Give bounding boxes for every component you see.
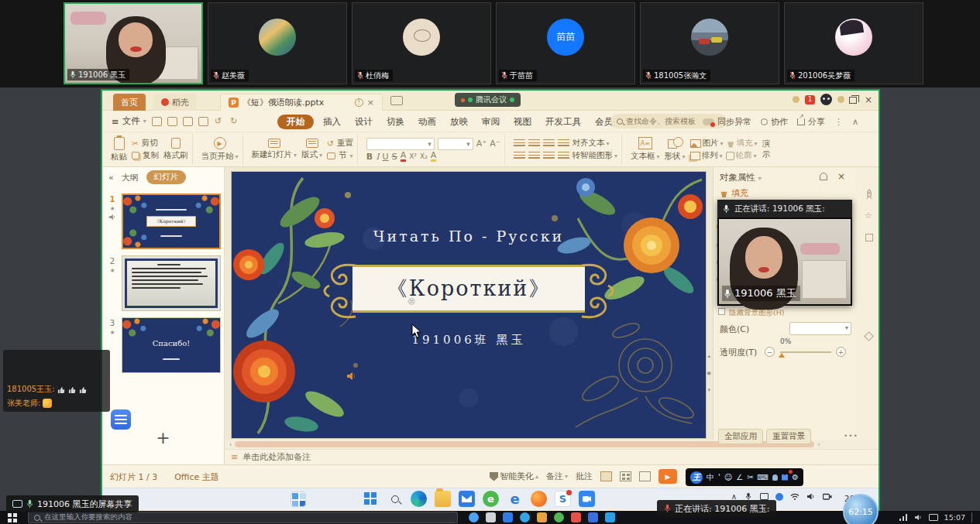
present-button[interactable]: 演示 — [762, 139, 775, 160]
ime-punct-icon[interactable]: ' — [718, 473, 720, 481]
normal-view-button[interactable] — [600, 471, 612, 481]
menu-slideshow[interactable]: 放映 — [443, 116, 475, 128]
fill-button[interactable]: 填充▾ — [727, 138, 758, 149]
reading-view-button[interactable] — [639, 471, 651, 481]
app-icon[interactable] — [588, 512, 598, 522]
app-icon[interactable] — [503, 512, 513, 522]
star-icon[interactable]: ☆ — [865, 211, 872, 221]
new-slide-button[interactable]: 新建幻灯片▾ — [252, 139, 297, 160]
slide-sound-icon[interactable] — [346, 372, 357, 381]
more-menu-icon[interactable]: ⋮ — [834, 117, 843, 127]
local-clock[interactable]: 15:07 — [944, 513, 965, 522]
add-slide-button[interactable]: + — [102, 428, 224, 447]
bold-button[interactable]: B — [366, 152, 373, 162]
notes-bar[interactable]: ≡ 单击此处添加备注 — [225, 449, 879, 464]
menu-transition[interactable]: 切换 — [380, 116, 411, 128]
tab-docer[interactable]: 稻壳 — [153, 94, 197, 111]
comments-button[interactable]: 批注 — [576, 471, 593, 482]
hide-background-checkbox[interactable] — [718, 308, 725, 315]
participant-tile[interactable]: 201006吴梦薇 — [784, 2, 923, 84]
beautify-button[interactable]: 智能美化▴ — [490, 471, 538, 482]
slide-thumbnail-3[interactable]: Спасибо! — [122, 317, 221, 373]
apply-all-button[interactable]: 全部应用 — [718, 429, 763, 444]
tab-close-icon[interactable]: × — [367, 98, 374, 108]
ime-skin-icon[interactable] — [782, 474, 788, 481]
restore-window-icon[interactable] — [849, 97, 857, 104]
meeting-duration-badge[interactable]: 62:15 — [843, 494, 879, 524]
indent-increase-icon[interactable] — [558, 139, 569, 148]
tray-book-icon[interactable] — [760, 493, 769, 500]
participant-tile-speaker[interactable]: 191006 黑玉 — [64, 2, 203, 84]
menu-insert[interactable]: 插入 — [316, 116, 348, 128]
menu-design[interactable]: 设计 — [348, 116, 380, 128]
mail-app-icon[interactable] — [459, 491, 475, 507]
paste-button[interactable]: 粘贴 — [111, 137, 127, 163]
save-icon[interactable] — [152, 117, 162, 126]
speaker-video-frame[interactable]: 191006 黑玉 — [717, 217, 852, 306]
browser-360-icon[interactable] — [531, 491, 547, 507]
tencent-meeting-icon[interactable] — [579, 491, 595, 507]
menu-home[interactable]: 开始 — [277, 115, 314, 129]
slide-sorter-view-button[interactable] — [620, 471, 631, 481]
menu-view[interactable]: 视图 — [507, 116, 538, 128]
speaker-icon[interactable] — [806, 492, 816, 501]
underline-button[interactable]: U — [383, 152, 389, 162]
edge-browser-icon[interactable] — [411, 491, 427, 507]
floating-list-widget[interactable] — [111, 409, 131, 430]
app-icon[interactable] — [537, 512, 547, 522]
file-explorer-icon[interactable] — [435, 491, 451, 507]
tab-slides[interactable]: 幻灯片 — [146, 170, 187, 184]
sogou-app-icon[interactable]: S — [555, 491, 571, 507]
ime-emoji-icon[interactable]: ☺ — [724, 473, 732, 481]
collapse-ribbon-icon[interactable]: ∧ — [852, 117, 858, 127]
theme-icon[interactable] — [837, 96, 844, 103]
diamond-icon[interactable] — [864, 331, 874, 341]
keyboard-icon[interactable] — [929, 514, 938, 521]
undo-redo-icons[interactable]: ↺ ↻ — [215, 116, 241, 126]
ime-account-icon[interactable] — [772, 474, 778, 481]
participant-tile[interactable]: 181005张瀚文 — [640, 2, 779, 84]
file-menu[interactable]: ≡ 文件 ▾ — [112, 115, 146, 127]
slide-author-text[interactable]: 191006班 黑玉 — [232, 333, 706, 348]
shrink-font-button[interactable]: A⁻ — [490, 139, 500, 149]
taskbar-search-button[interactable] — [387, 491, 403, 507]
bullet-list-icon[interactable] — [514, 139, 525, 148]
vip-icon[interactable] — [793, 96, 799, 103]
sync-status[interactable]: 同步异常 — [703, 116, 751, 128]
shapes-button[interactable]: 形状▾ — [665, 137, 686, 162]
app-icon[interactable] — [571, 512, 581, 522]
meeting-floating-pill[interactable]: 腾讯会议 — [455, 93, 521, 107]
justify-icon[interactable] — [558, 152, 569, 160]
local-start-button[interactable] — [8, 513, 17, 522]
align-text-button[interactable]: 对齐文本▾ — [573, 138, 610, 149]
textbox-button[interactable]: A≡文本框▾ — [631, 137, 660, 162]
ime-logo-icon[interactable]: 王 — [690, 471, 703, 484]
more-options[interactable]: ••• — [844, 432, 858, 440]
browser-green-icon[interactable]: e — [483, 491, 499, 507]
slide-subtitle-text[interactable]: Читать По - Русски — [232, 228, 706, 245]
wifi-icon[interactable] — [790, 492, 799, 501]
transparency-slider-thumb[interactable] — [779, 353, 785, 358]
pin-panel-icon[interactable] — [820, 173, 827, 180]
slide-thumbnail-2[interactable] — [122, 255, 221, 311]
font-name-select[interactable]: ▾ — [366, 138, 435, 150]
slideshow-play-button[interactable]: ▶ — [658, 469, 677, 484]
format-painter-button[interactable]: 格式刷 — [163, 138, 188, 161]
share-button[interactable]: 分享 — [797, 116, 825, 128]
subscript-button[interactable]: X₂ — [420, 152, 428, 160]
properties-panel-title[interactable]: 对象属性 ▾ — [720, 172, 762, 183]
arrange-button[interactable]: 排列▾ — [690, 150, 723, 161]
panel-square-icon[interactable] — [865, 234, 873, 241]
transparency-slider[interactable] — [780, 351, 831, 353]
scroll-right-arrow[interactable]: › — [817, 441, 820, 448]
close-panel-icon[interactable]: × — [837, 171, 845, 182]
show-desktop-button[interactable] — [971, 512, 974, 522]
collapse-panel-button[interactable]: « — [108, 173, 114, 183]
section-button[interactable]: 节▾ — [327, 150, 353, 161]
local-search-box[interactable]: 在这里输入你要搜索的内容 — [28, 512, 458, 523]
reset-background-button[interactable]: 重置背景 — [766, 429, 811, 444]
ime-keyboard-icon[interactable]: ⌨ — [758, 473, 769, 481]
slide-title-banner[interactable]: 《Короткий》 — [352, 265, 585, 313]
reset-button[interactable]: ↺重置 — [327, 138, 353, 149]
number-list-icon[interactable] — [528, 139, 540, 148]
